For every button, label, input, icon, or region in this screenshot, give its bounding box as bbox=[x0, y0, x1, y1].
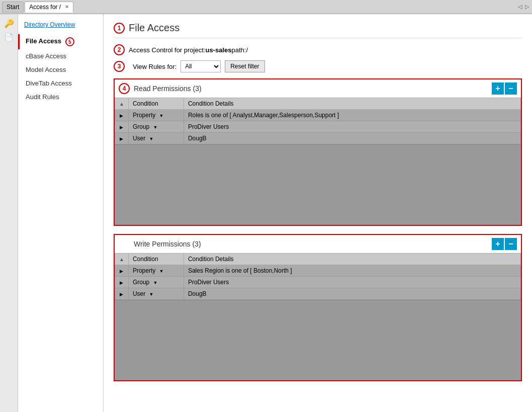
reset-filter-button[interactable]: Reset filter bbox=[225, 60, 264, 72]
details-text: ProDiver Users bbox=[188, 279, 229, 286]
sidebar-item-cbase-access[interactable]: cBase Access bbox=[18, 49, 103, 63]
write-permissions-section: Write Permissions (3) + − ▲ bbox=[114, 234, 522, 381]
key-button[interactable]: 🔑 bbox=[3, 17, 15, 29]
write-remove-button[interactable]: − bbox=[505, 238, 517, 250]
write-row-condition-1[interactable]: Group ▼ bbox=[128, 277, 184, 288]
read-row-arrow-2[interactable]: ▶ bbox=[115, 133, 129, 144]
write-permissions-table: ▲ Condition Condition Details ▶ bbox=[115, 253, 521, 300]
sidebar-item-model-label: Model Access bbox=[26, 66, 66, 73]
access-control-row: 2 Access Control for project: us-sales p… bbox=[114, 44, 522, 55]
path-label: path: bbox=[232, 46, 246, 54]
nav-panel: Directory Overview File Access 5 cBase A… bbox=[18, 14, 104, 412]
read-row-condition-1[interactable]: Group ▼ bbox=[128, 121, 184, 133]
write-row-arrow-0[interactable]: ▶ bbox=[115, 265, 129, 277]
key-icon: 🔑 bbox=[4, 19, 14, 28]
sidebar-item-audit-label: Audit Rules bbox=[26, 93, 59, 101]
condition-label: Property bbox=[133, 112, 155, 119]
write-row-details-0: Sales Region is one of [ Boston,North ] bbox=[184, 265, 520, 277]
row-triangle-icon: ▶ bbox=[120, 136, 123, 141]
project-name: us-sales bbox=[205, 46, 231, 54]
read-permissions-header: 4 Read Permissions (3) + − bbox=[115, 79, 521, 98]
row-triangle-icon: ▶ bbox=[120, 269, 123, 274]
row-triangle-icon: ▶ bbox=[120, 292, 123, 297]
step3-badge: 3 bbox=[114, 61, 125, 72]
nav-items: File Access 5 cBase Access Model Access … bbox=[18, 34, 103, 104]
condition-dropdown-icon: ▼ bbox=[149, 136, 154, 141]
condition-label: Group bbox=[133, 279, 149, 286]
sidebar-item-cbase-label: cBase Access bbox=[26, 52, 66, 60]
read-permissions-title: Read Permissions (3) bbox=[134, 85, 202, 93]
read-th-condition: Condition bbox=[128, 98, 184, 110]
sidebar-item-audit-rules[interactable]: Audit Rules bbox=[18, 90, 103, 104]
write-table-row: ▶ Group ▼ ProDiver Users bbox=[115, 277, 521, 288]
read-table-row: ▶ Property ▼ Roles is one of [ Analyst,M… bbox=[115, 110, 521, 121]
sidebar-item-file-access[interactable]: File Access 5 bbox=[18, 34, 103, 49]
write-row-details-2: DougB bbox=[184, 288, 520, 300]
doc-icon: 📄 bbox=[5, 33, 13, 41]
read-row-details-0: Roles is one of [ Analyst,Manager,Salesp… bbox=[184, 110, 520, 121]
condition-label: User bbox=[133, 135, 145, 142]
write-row-arrow-1[interactable]: ▶ bbox=[115, 277, 129, 288]
row-triangle-icon: ▶ bbox=[120, 280, 123, 285]
write-th-details: Condition Details bbox=[184, 254, 520, 265]
row-triangle-icon: ▶ bbox=[120, 125, 123, 130]
write-empty-area bbox=[115, 300, 521, 380]
details-text: DougB bbox=[188, 135, 207, 142]
icon-sidebar: 🔑 📄 bbox=[0, 14, 18, 412]
write-row-condition-2[interactable]: User ▼ bbox=[128, 288, 184, 300]
tab-start-label: Start bbox=[7, 4, 19, 11]
access-control-prefix: Access Control for project: bbox=[129, 46, 205, 54]
sidebar-item-divetab-access[interactable]: DiveTab Access bbox=[18, 76, 103, 90]
nav-left-icon[interactable]: ◁ bbox=[517, 4, 523, 10]
condition-label: Group bbox=[133, 123, 149, 130]
write-add-button[interactable]: + bbox=[492, 238, 504, 250]
nav-right-icon[interactable]: ▷ bbox=[524, 4, 530, 10]
read-row-condition-2[interactable]: User ▼ bbox=[128, 133, 184, 144]
write-table-row: ▶ User ▼ DougB bbox=[115, 288, 521, 300]
nav-directory-overview[interactable]: Directory Overview bbox=[18, 19, 103, 30]
read-add-button[interactable]: + bbox=[492, 83, 504, 95]
read-permissions-buttons: + − bbox=[492, 83, 517, 95]
row-triangle-icon: ▶ bbox=[120, 113, 123, 118]
content-area: 1 File Access 2 Access Control for proje… bbox=[104, 14, 532, 412]
condition-dropdown-icon: ▼ bbox=[149, 292, 154, 297]
read-row-condition-0[interactable]: Property ▼ bbox=[128, 110, 184, 121]
tab-bar: Start Access for / ✕ ◁ ▷ bbox=[0, 0, 532, 14]
write-row-condition-0[interactable]: Property ▼ bbox=[128, 265, 184, 277]
page-title: File Access bbox=[129, 22, 180, 34]
read-empty-area bbox=[115, 144, 521, 225]
details-text: DougB bbox=[188, 290, 207, 297]
condition-dropdown-icon: ▼ bbox=[159, 113, 164, 118]
tab-access-label: Access for / bbox=[29, 4, 61, 11]
page-title-row: 1 File Access bbox=[114, 22, 522, 38]
doc-button[interactable]: 📄 bbox=[3, 31, 15, 43]
step4-badge: 4 bbox=[119, 83, 130, 94]
sidebar-item-model-access[interactable]: Model Access bbox=[18, 63, 103, 76]
write-permissions-title: Write Permissions (3) bbox=[134, 240, 201, 248]
tab-close-icon[interactable]: ✕ bbox=[65, 4, 69, 10]
read-remove-button[interactable]: − bbox=[505, 83, 517, 95]
tab-start[interactable]: Start bbox=[2, 2, 24, 13]
read-th-arrow: ▲ bbox=[115, 98, 129, 110]
condition-dropdown-icon: ▼ bbox=[159, 269, 164, 274]
read-row-details-2: DougB bbox=[184, 133, 520, 144]
write-table-row: ▶ Property ▼ Sales Region is one of [ Bo… bbox=[115, 265, 521, 277]
read-row-arrow-1[interactable]: ▶ bbox=[115, 121, 129, 133]
sidebar-item-divetab-label: DiveTab Access bbox=[26, 79, 72, 87]
step2-badge: 2 bbox=[114, 44, 125, 55]
condition-label: User bbox=[133, 290, 145, 297]
read-table-row: ▶ User ▼ DougB bbox=[115, 133, 521, 144]
write-permissions-buttons: + − bbox=[492, 238, 517, 250]
read-th-details: Condition Details bbox=[184, 98, 520, 110]
read-row-details-1: ProDiver Users bbox=[184, 121, 520, 133]
write-row-details-1: ProDiver Users bbox=[184, 277, 520, 288]
write-row-arrow-2[interactable]: ▶ bbox=[115, 288, 129, 300]
details-text: Sales Region is one of [ Boston,North ] bbox=[188, 267, 292, 274]
read-permissions-table: ▲ Condition Condition Details ▶ bbox=[115, 98, 521, 144]
details-text: ProDiver Users bbox=[188, 123, 229, 130]
view-rules-row: 3 View Rules for: All User Group Propert… bbox=[114, 60, 522, 72]
view-rules-select[interactable]: All User Group Property bbox=[181, 60, 221, 72]
write-permissions-header: Write Permissions (3) + − bbox=[115, 235, 521, 253]
tab-access[interactable]: Access for / ✕ bbox=[25, 2, 73, 13]
read-row-arrow-0[interactable]: ▶ bbox=[115, 110, 129, 121]
